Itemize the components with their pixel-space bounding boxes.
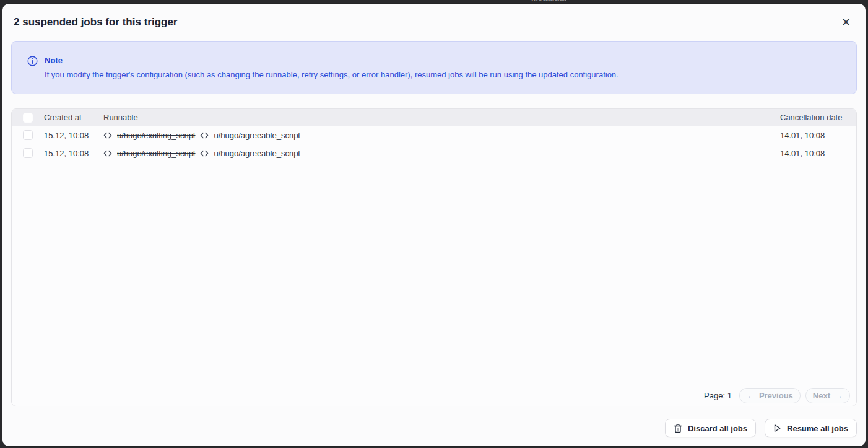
resume-all-jobs-button[interactable]: Resume all jobs xyxy=(765,419,857,437)
note-body: If you modify the trigger's configuratio… xyxy=(45,70,618,79)
next-page-button[interactable]: Next → xyxy=(805,388,850,403)
runnable-new-path: u/hugo/agreeable_script xyxy=(214,149,300,158)
column-header-created-at: Created at xyxy=(44,113,103,122)
discard-all-jobs-label: Discard all jobs xyxy=(688,424,747,433)
cancellation-date-value: 14.01, 10:08 xyxy=(780,131,856,140)
row-checkbox[interactable] xyxy=(23,130,33,140)
runnable-old-path: u/hugo/exalting_script xyxy=(117,149,195,158)
code-icon xyxy=(103,149,112,157)
table-empty-area xyxy=(12,162,856,385)
discard-all-jobs-button[interactable]: Discard all jobs xyxy=(665,419,756,437)
close-icon[interactable]: ✕ xyxy=(838,14,854,30)
play-icon xyxy=(773,424,781,433)
select-all-checkbox[interactable] xyxy=(23,113,33,123)
note-texts: Note If you modify the trigger's configu… xyxy=(45,56,618,79)
previous-label: Previous xyxy=(759,391,793,400)
table-header-row: Created at Runnable Cancellation date xyxy=(12,109,856,126)
runnable-cell: u/hugo/exalting_script u/hugo/agreeable_… xyxy=(103,149,780,158)
row-checkbox-cell xyxy=(12,148,44,158)
modal-title: 2 suspended jobs for this trigger xyxy=(14,16,177,29)
runnable-old-path: u/hugo/exalting_script xyxy=(117,131,195,140)
info-icon xyxy=(27,56,38,66)
table-row: 15.12, 10:08 u/hugo/exalting_script u/hu… xyxy=(12,126,856,144)
header-checkbox-cell xyxy=(12,113,44,123)
runnable-new-path: u/hugo/agreeable_script xyxy=(214,131,300,140)
table-row: 15.12, 10:08 u/hugo/exalting_script u/hu… xyxy=(12,144,856,162)
cancellation-date-value: 14.01, 10:08 xyxy=(780,149,856,158)
note-title: Note xyxy=(45,56,618,65)
previous-page-button[interactable]: ← Previous xyxy=(739,388,801,403)
modal-header: 2 suspended jobs for this trigger ✕ xyxy=(11,4,857,41)
note-banner: Note If you modify the trigger's configu… xyxy=(11,41,857,94)
created-at-value: 15.12, 10:08 xyxy=(44,149,103,158)
suspended-jobs-modal: 2 suspended jobs for this trigger ✕ Note… xyxy=(2,4,866,446)
created-at-value: 15.12, 10:08 xyxy=(44,131,103,140)
resume-all-jobs-label: Resume all jobs xyxy=(787,424,848,433)
pagination-bar: Page: 1 ← Previous Next → xyxy=(12,385,856,406)
arrow-right-icon: → xyxy=(835,391,843,400)
arrow-left-icon: ← xyxy=(747,391,755,400)
runnable-cell: u/hugo/exalting_script u/hugo/agreeable_… xyxy=(103,131,780,140)
code-icon xyxy=(200,149,209,157)
row-checkbox[interactable] xyxy=(23,148,33,158)
column-header-cancellation-date: Cancellation date xyxy=(780,113,856,122)
trash-icon xyxy=(674,424,682,433)
code-icon xyxy=(103,131,112,139)
modal-actions: Discard all jobs Resume all jobs xyxy=(11,419,857,437)
suspended-jobs-table: Created at Runnable Cancellation date 15… xyxy=(11,108,857,406)
code-icon xyxy=(200,131,209,139)
row-checkbox-cell xyxy=(12,130,44,140)
next-label: Next xyxy=(813,391,830,400)
page-indicator: Page: 1 xyxy=(704,391,732,400)
column-header-runnable: Runnable xyxy=(103,113,780,122)
